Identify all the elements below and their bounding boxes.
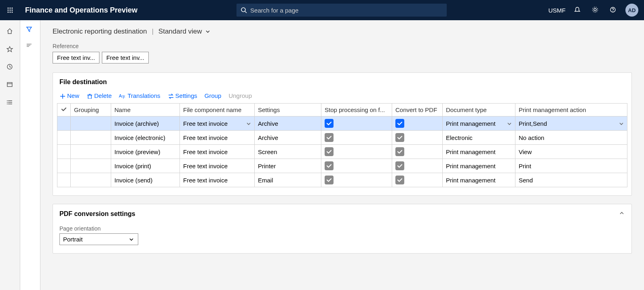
col-pma[interactable]: Print management action [515, 104, 627, 116]
cell-file-component[interactable]: Free text invoice [180, 145, 255, 159]
row-selector[interactable] [57, 131, 71, 145]
cell-pma[interactable]: Print,Send [515, 116, 627, 131]
filter-icon[interactable] [26, 26, 35, 35]
grid-translations-button[interactable]: Translations [119, 92, 160, 99]
grid-group-button[interactable]: Group [205, 92, 222, 99]
col-convert[interactable]: Convert to PDF [392, 104, 443, 116]
cell-stop[interactable] [321, 145, 392, 159]
col-settings[interactable]: Settings [255, 104, 321, 116]
avatar[interactable]: AD [625, 4, 638, 17]
cell-settings[interactable]: Printer [255, 159, 321, 173]
search-input[interactable]: Search for a page [236, 4, 447, 17]
cell-convert[interactable] [392, 116, 443, 131]
checkbox-stop[interactable] [325, 176, 334, 184]
help-icon[interactable] [608, 4, 619, 16]
grid-settings-button[interactable]: Settings [168, 92, 197, 99]
form-title: Electronic reporting destination [53, 28, 147, 36]
checkbox-convert[interactable] [395, 119, 404, 128]
table-row[interactable]: Invoice (electronic)Free text invoiceArc… [57, 131, 627, 145]
cell-grouping[interactable] [71, 159, 111, 173]
checkbox-stop[interactable] [325, 119, 334, 128]
pdf-settings-title: PDF conversion settings [59, 210, 135, 218]
home-icon[interactable] [5, 27, 15, 36]
table-row[interactable]: Invoice (print)Free text invoicePrinterP… [57, 159, 627, 173]
checkbox-stop[interactable] [325, 133, 334, 142]
cell-pma[interactable]: View [515, 145, 627, 159]
cell-name[interactable]: Invoice (electronic) [111, 131, 180, 145]
list-icon[interactable] [5, 98, 15, 108]
cell-stop[interactable] [321, 116, 392, 131]
cell-settings[interactable]: Archive [255, 131, 321, 145]
col-stop[interactable]: Stop processing on f... [321, 104, 392, 116]
cell-convert[interactable] [392, 159, 443, 173]
col-name[interactable]: Name [111, 104, 180, 116]
cell-file-component[interactable]: Free text invoice [180, 131, 255, 145]
row-selector[interactable] [57, 116, 71, 131]
cell-name[interactable]: Invoice (preview) [111, 145, 180, 159]
cell-stop[interactable] [321, 131, 392, 145]
reference-pill[interactable]: Free text inv... [102, 52, 149, 64]
view-selector[interactable]: Standard view [158, 28, 211, 36]
clock-icon[interactable] [5, 62, 15, 72]
row-selector[interactable] [57, 159, 71, 173]
cell-doctype[interactable]: Print management [443, 173, 515, 187]
cell-file-component[interactable]: Free text invoice [180, 159, 255, 173]
cell-settings[interactable]: Email [255, 173, 321, 187]
checkbox-stop[interactable] [325, 161, 334, 170]
col-grouping[interactable]: Grouping [71, 104, 111, 116]
cell-file-component[interactable]: Free text invoice [180, 173, 255, 187]
left-nav [0, 20, 20, 290]
gear-icon[interactable] [590, 4, 601, 16]
checkbox-convert[interactable] [395, 147, 404, 156]
cell-grouping[interactable] [71, 145, 111, 159]
page-orientation-select[interactable]: Portrait [59, 233, 138, 245]
cell-pma[interactable]: Send [515, 173, 627, 187]
file-destination-grid: Grouping Name File component name Settin… [57, 103, 627, 187]
bell-icon[interactable] [572, 4, 583, 16]
top-navbar: Finance and Operations Preview Search fo… [0, 0, 644, 20]
related-info-icon[interactable] [26, 42, 35, 51]
cell-convert[interactable] [392, 131, 443, 145]
cell-file-component[interactable]: Free text invoice [180, 116, 255, 131]
collapse-icon[interactable] [619, 210, 625, 218]
cell-pma[interactable]: No action [515, 131, 627, 145]
cell-name[interactable]: Invoice (send) [111, 173, 180, 187]
cell-stop[interactable] [321, 159, 392, 173]
cell-convert[interactable] [392, 173, 443, 187]
col-doctype[interactable]: Document type [443, 104, 515, 116]
row-selector[interactable] [57, 145, 71, 159]
col-file-component[interactable]: File component name [180, 104, 255, 116]
cell-doctype[interactable]: Electronic [443, 131, 515, 145]
checkbox-convert[interactable] [395, 161, 404, 170]
legal-entity[interactable]: USMF [549, 7, 566, 14]
cell-doctype[interactable]: Print management [443, 159, 515, 173]
cell-doctype[interactable]: Print management [443, 145, 515, 159]
cell-pma[interactable]: Print [515, 159, 627, 173]
app-launcher-icon[interactable] [0, 7, 20, 13]
checkbox-convert[interactable] [395, 176, 404, 184]
breadcrumb: Electronic reporting destination | Stand… [53, 28, 632, 36]
cell-stop[interactable] [321, 173, 392, 187]
cell-settings[interactable]: Archive [255, 116, 321, 131]
cell-grouping[interactable] [71, 131, 111, 145]
star-icon[interactable] [5, 44, 15, 54]
cell-convert[interactable] [392, 145, 443, 159]
module-icon[interactable] [5, 80, 15, 90]
grid-delete-button[interactable]: Delete [87, 92, 112, 99]
checkbox-stop[interactable] [325, 147, 334, 156]
cell-name[interactable]: Invoice (print) [111, 159, 180, 173]
select-all-header[interactable] [57, 104, 71, 116]
row-selector[interactable] [57, 173, 71, 187]
reference-pill[interactable]: Free text inv... [53, 52, 99, 64]
checkbox-convert[interactable] [395, 133, 404, 142]
table-row[interactable]: Invoice (preview)Free text invoiceScreen… [57, 145, 627, 159]
cell-doctype[interactable]: Print management [443, 116, 515, 131]
cell-grouping[interactable] [71, 173, 111, 187]
cell-name[interactable]: Invoice (archive) [111, 116, 180, 131]
table-row[interactable]: Invoice (send)Free text invoiceEmailPrin… [57, 173, 627, 187]
cell-settings[interactable]: Screen [255, 145, 321, 159]
cell-grouping[interactable] [71, 116, 111, 131]
table-row[interactable]: Invoice (archive)Free text invoiceArchiv… [57, 116, 627, 131]
grid-new-button[interactable]: New [59, 92, 79, 99]
pdf-settings-card: PDF conversion settings Page orientation… [53, 204, 632, 254]
